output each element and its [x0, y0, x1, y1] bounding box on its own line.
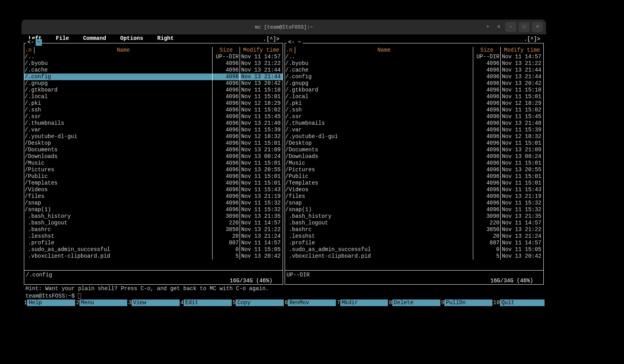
file-row[interactable]: /Pictures4096Nov 13 20:55	[285, 167, 543, 173]
file-row[interactable]: .bashrc3850Nov 13 21:22	[24, 226, 283, 233]
file-row[interactable]: /Desktop4096Nov 11 15:01	[24, 140, 283, 147]
file-row[interactable]: /Downloads4096Nov 13 08:24	[24, 153, 283, 160]
file-row[interactable]: .bash_history3090Nov 13 21:35	[24, 213, 283, 220]
file-row[interactable]: /Pictures4096Nov 13 20:55	[24, 167, 283, 173]
file-row[interactable]: /.youtube-dl-gui4096Nov 12 18:32	[24, 133, 283, 140]
file-row[interactable]: /Public4096Nov 11 15:01	[24, 173, 283, 180]
file-row[interactable]: /.cache4096Nov 13 21:44	[285, 67, 543, 74]
file-row[interactable]: /.gnupg4096Nov 13 20:42	[24, 80, 283, 87]
file-row[interactable]: /.pki4096Nov 12 18:29	[285, 100, 543, 107]
file-name: /.var	[285, 127, 473, 133]
fnkey-quit[interactable]: 10Quit	[492, 299, 545, 306]
file-row[interactable]: /.ssr4096Nov 11 15:45	[285, 113, 543, 120]
file-row[interactable]: /Music4096Nov 11 15:01	[285, 160, 543, 167]
file-row[interactable]: .lesshst20Nov 13 21:24	[24, 233, 283, 240]
file-row[interactable]: /..UP--DIRNov 11 14:57	[285, 54, 543, 60]
file-row[interactable]: /.byobu4096Nov 13 21:22	[285, 60, 543, 67]
file-row[interactable]: /.thumbnails4096Nov 13 21:40	[24, 120, 283, 127]
file-name: /Downloads	[285, 153, 473, 160]
col-size[interactable]: Size	[212, 47, 240, 54]
fnkey-mkdir[interactable]: 7Mkdir	[336, 299, 388, 306]
fnkey-edit[interactable]: 4Edit	[180, 299, 232, 306]
file-row[interactable]: /Downloads4096Nov 13 08:24	[285, 153, 543, 160]
file-row[interactable]: /.byobu4096Nov 13 21:22	[24, 60, 283, 67]
file-row[interactable]: .sudo_as_admin_successful0Nov 11 15:05	[24, 246, 283, 253]
file-row[interactable]: /Templates4096Nov 11 15:01	[285, 180, 543, 186]
maximize-button[interactable]: □	[519, 22, 530, 32]
close-button[interactable]: ×	[532, 22, 543, 32]
file-row[interactable]: /.gnupg4096Nov 13 20:42	[285, 80, 543, 87]
file-size: 3090	[212, 213, 240, 220]
panel-right-filelist[interactable]: /..UP--DIRNov 11 14:57/.byobu4096Nov 13 …	[285, 54, 543, 270]
panel-left-updown[interactable]: .[^]>	[262, 36, 280, 43]
shell-prompt[interactable]: team@ItsFOSS:~$	[23, 293, 545, 299]
panel-left-path[interactable]: ~	[36, 39, 42, 46]
col-time[interactable]: Modify time	[500, 47, 543, 54]
fnkey-delete[interactable]: 8Delete	[388, 299, 440, 306]
file-time: Nov 11 15:18	[500, 87, 543, 93]
fnkey-view[interactable]: 3View	[127, 299, 179, 306]
fnkey-menu[interactable]: 2Menu	[75, 299, 127, 306]
file-row[interactable]: .bash_logout220Nov 11 14:57	[24, 220, 283, 226]
col-time[interactable]: Modify time	[240, 47, 283, 54]
file-row[interactable]: /snap(1)4096Nov 11 15:32	[24, 206, 283, 213]
file-row[interactable]: /.pki4096Nov 12 18:29	[24, 100, 283, 107]
file-row[interactable]: /Documents4096Nov 13 21:09	[24, 147, 283, 153]
col-name[interactable]: Name	[34, 47, 212, 54]
file-row[interactable]: .bashrc3850Nov 13 21:22	[285, 226, 543, 233]
panel-right-path[interactable]: ~	[296, 39, 303, 46]
file-row[interactable]: /.config4096Nov 13 21:44	[285, 74, 543, 80]
fnkey-help[interactable]: 1Help	[23, 299, 75, 306]
file-row[interactable]: /..UP--DIRNov 11 14:57	[24, 54, 283, 60]
file-row[interactable]: /.ssh4096Nov 11 15:02	[285, 107, 543, 113]
file-row[interactable]: /.cache4096Nov 13 21:44	[24, 67, 283, 74]
new-tab-button[interactable]: +	[483, 22, 492, 32]
file-row[interactable]: /snap4096Nov 11 15:32	[285, 200, 543, 206]
file-row[interactable]: /Music4096Nov 11 15:01	[24, 160, 283, 167]
file-row[interactable]: /.youtube-dl-gui4096Nov 12 18:32	[285, 133, 543, 140]
file-row[interactable]: /.local4096Nov 11 15:01	[285, 93, 543, 100]
col-name[interactable]: Name	[295, 47, 473, 54]
file-row[interactable]: .sudo_as_admin_successful0Nov 11 15:05	[285, 246, 543, 253]
minimize-button[interactable]: –	[505, 22, 516, 32]
file-name: .profile	[285, 240, 473, 246]
file-row[interactable]: /Videos4096Nov 11 15:43	[24, 186, 283, 193]
file-row[interactable]: /.ssr4096Nov 11 15:45	[24, 113, 283, 120]
menu-button[interactable]: ≡	[494, 22, 503, 32]
file-name: /.gnupg	[24, 80, 212, 87]
file-row[interactable]: /.thumbnails4096Nov 13 21:40	[285, 120, 543, 127]
fnkey-renmov[interactable]: 6RenMov	[284, 299, 336, 306]
fnkey-copy[interactable]: 5Copy	[232, 299, 284, 306]
panel-left-filelist[interactable]: /..UP--DIRNov 11 14:57/.byobu4096Nov 13 …	[24, 54, 283, 270]
file-row[interactable]: /Videos4096Nov 11 15:43	[285, 186, 543, 193]
file-row[interactable]: /snap(1)4096Nov 11 15:32	[285, 206, 543, 213]
file-time: Nov 11 15:45	[500, 113, 543, 120]
file-row[interactable]: /.var4096Nov 11 15:39	[24, 127, 283, 133]
file-row[interactable]: /files4096Nov 13 21:19	[24, 193, 283, 200]
file-row[interactable]: /Public4096Nov 11 15:01	[285, 173, 543, 180]
file-row[interactable]: /.gtkboard4096Nov 11 15:18	[24, 87, 283, 93]
file-row[interactable]: .lesshst20Nov 13 21:24	[285, 233, 543, 240]
file-row[interactable]: /.config4096Nov 13 21:44	[24, 74, 283, 80]
file-row[interactable]: /Desktop4096Nov 11 15:01	[285, 140, 543, 147]
file-row[interactable]: .bash_history3090Nov 13 21:35	[285, 213, 543, 220]
file-row[interactable]: /files4096Nov 13 21:19	[285, 193, 543, 200]
file-row[interactable]: .vboxclient-clipboard.pid5Nov 13 20:42	[285, 253, 543, 260]
file-row[interactable]: /.gtkboard4096Nov 11 15:18	[285, 87, 543, 93]
file-row[interactable]: .profile807Nov 11 14:57	[24, 240, 283, 246]
fnkey-number: 5	[232, 299, 236, 306]
fnkey-pulldn[interactable]: 9PullDn	[440, 299, 492, 306]
panel-right-updown[interactable]: .[^]>	[523, 36, 541, 43]
file-row[interactable]: .bash_logout220Nov 11 14:57	[285, 220, 543, 226]
file-row[interactable]: .vboxclient-clipboard.pid5Nov 13 20:42	[24, 253, 283, 260]
file-row[interactable]: /.ssh4096Nov 11 15:02	[24, 107, 283, 113]
file-row[interactable]: /Templates4096Nov 11 15:01	[24, 180, 283, 186]
file-row[interactable]: /snap4096Nov 11 15:32	[24, 200, 283, 206]
file-name: /.byobu	[285, 60, 473, 67]
file-time: Nov 13 21:19	[240, 193, 283, 200]
file-row[interactable]: /.local4096Nov 11 15:01	[24, 93, 283, 100]
file-row[interactable]: /.var4096Nov 11 15:39	[285, 127, 543, 133]
col-size[interactable]: Size	[473, 47, 500, 54]
file-row[interactable]: /Documents4096Nov 13 21:09	[285, 147, 543, 153]
file-row[interactable]: .profile807Nov 11 14:57	[285, 240, 543, 246]
